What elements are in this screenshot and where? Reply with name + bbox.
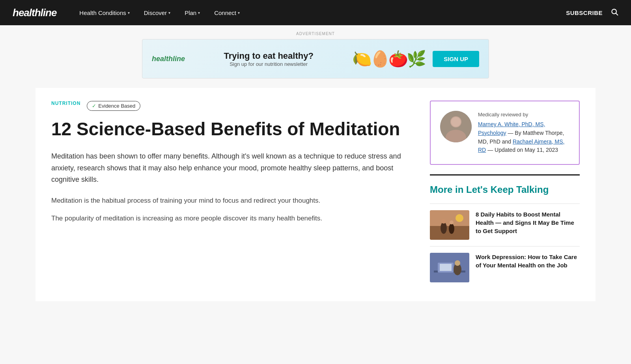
- ad-subtext: Sign up for our nutrition newsletter: [193, 61, 344, 67]
- article-card-title-2: Work Depression: How to Take Care of You…: [476, 253, 580, 269]
- review-text: Medically reviewed by Marney A. White, P…: [478, 111, 569, 155]
- nav-plan[interactable]: Plan ▾: [177, 0, 207, 25]
- nav-right: SUBSCRIBE: [566, 8, 618, 18]
- more-in-section-title: More in Let's Keep Talking: [430, 183, 580, 196]
- chevron-down-icon: ▾: [128, 11, 130, 15]
- svg-point-10: [441, 219, 446, 224]
- section-divider: [430, 174, 580, 175]
- article-body-p2: The popularity of meditation is increasi…: [51, 213, 414, 224]
- chevron-down-icon: ▾: [198, 11, 200, 15]
- nav-links: Health Conditions ▾ Discover ▾ Plan ▾ Co…: [72, 0, 566, 25]
- reviewer-avatar: [440, 111, 472, 142]
- article-body-p1: Meditation is the habitual process of tr…: [51, 195, 414, 207]
- article-body: Meditation is the habitual process of tr…: [51, 195, 414, 224]
- article-card-thumbnail-2: [430, 253, 469, 282]
- svg-rect-16: [440, 264, 452, 271]
- svg-point-9: [441, 222, 447, 234]
- page-layout: NUTRITION ✓ Evidence Based 12 Science-Ba…: [35, 88, 596, 301]
- sidebar-article-card-1[interactable]: 8 Daily Habits to Boost Mental Health — …: [430, 203, 580, 246]
- chevron-down-icon: ▾: [168, 11, 170, 15]
- nav-health-conditions[interactable]: Health Conditions ▾: [72, 0, 136, 25]
- svg-point-8: [456, 214, 463, 222]
- medical-review-box: Medically reviewed by Marney A. White, P…: [430, 101, 580, 165]
- svg-point-18: [455, 260, 460, 266]
- search-icon[interactable]: [610, 8, 618, 18]
- ad-cta-button[interactable]: SIGN UP: [433, 51, 479, 67]
- ad-label: ADVERTISEMENT: [0, 32, 631, 36]
- ad-brand: healthline: [152, 55, 185, 63]
- tag-row: NUTRITION ✓ Evidence Based: [51, 101, 414, 111]
- evidence-badge-label: Evidence Based: [98, 103, 135, 109]
- article-area: NUTRITION ✓ Evidence Based 12 Science-Ba…: [51, 101, 414, 289]
- article-tag[interactable]: NUTRITION: [51, 101, 80, 106]
- chevron-down-icon: ▾: [238, 11, 240, 15]
- article-intro: Meditation has been shown to offer many …: [51, 151, 414, 186]
- ad-container: ADVERTISEMENT healthline Trying to eat h…: [0, 25, 631, 88]
- ad-banner[interactable]: healthline Trying to eat healthy? Sign u…: [142, 39, 489, 78]
- svg-point-5: [451, 117, 461, 127]
- article-card-title-1: 8 Daily Habits to Boost Mental Health — …: [476, 210, 580, 235]
- site-logo[interactable]: healthline: [13, 7, 56, 19]
- checkmark-icon: ✓: [92, 103, 96, 109]
- article-card-thumbnail-1: [430, 210, 469, 240]
- nav-discover[interactable]: Discover ▾: [137, 0, 177, 25]
- updated-label: — Updated on May 11, 2023: [487, 147, 558, 153]
- main-nav: healthline Health Conditions ▾ Discover …: [0, 0, 631, 25]
- ad-fruits-image: 🍋🥚🍅🌿: [352, 50, 425, 68]
- medically-reviewed-label: Medically reviewed by: [478, 111, 569, 119]
- sidebar-article-card-2[interactable]: Work Depression: How to Take Care of You…: [430, 246, 580, 289]
- article-title: 12 Science-Based Benefits of Meditation: [51, 119, 414, 140]
- subscribe-button[interactable]: SUBSCRIBE: [566, 9, 603, 16]
- svg-point-12: [450, 220, 454, 224]
- sidebar: Medically reviewed by Marney A. White, P…: [430, 101, 580, 289]
- svg-line-1: [616, 13, 618, 15]
- nav-connect[interactable]: Connect ▾: [207, 0, 247, 25]
- svg-point-11: [449, 224, 454, 234]
- ad-headline: Trying to eat healthy?: [193, 51, 344, 61]
- evidence-badge: ✓ Evidence Based: [87, 101, 140, 111]
